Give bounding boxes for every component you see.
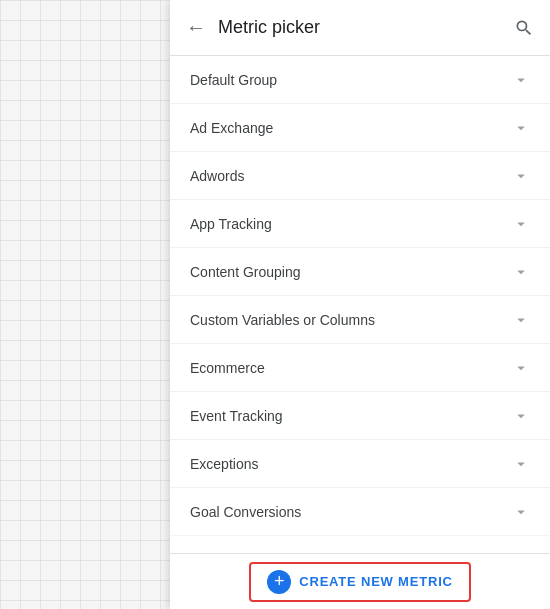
menu-item[interactable]: Internal Search <box>170 536 550 553</box>
chevron-down-icon <box>512 407 530 425</box>
menu-item[interactable]: App Tracking <box>170 200 550 248</box>
menu-item[interactable]: Exceptions <box>170 440 550 488</box>
footer: + CREATE NEW METRIC <box>170 553 550 609</box>
menu-item[interactable]: Default Group <box>170 56 550 104</box>
menu-item-label: Adwords <box>190 168 244 184</box>
chevron-down-icon <box>512 119 530 137</box>
create-new-metric-button[interactable]: + CREATE NEW METRIC <box>249 562 470 602</box>
menu-item-label: Ecommerce <box>190 360 265 376</box>
menu-item[interactable]: Ecommerce <box>170 344 550 392</box>
metric-picker-panel: ← Metric picker Default GroupAd Exchange… <box>170 0 550 609</box>
menu-item-label: Ad Exchange <box>190 120 273 136</box>
menu-item-label: Event Tracking <box>190 408 283 424</box>
left-panel <box>0 0 170 609</box>
menu-item[interactable]: Adwords <box>170 152 550 200</box>
menu-list: Default GroupAd ExchangeAdwordsApp Track… <box>170 56 550 553</box>
back-icon[interactable]: ← <box>186 16 206 39</box>
menu-item[interactable]: Goal Conversions <box>170 488 550 536</box>
chevron-down-icon <box>512 503 530 521</box>
chevron-down-icon <box>512 359 530 377</box>
menu-item-label: Default Group <box>190 72 277 88</box>
menu-item[interactable]: Event Tracking <box>170 392 550 440</box>
chevron-down-icon <box>512 167 530 185</box>
menu-item[interactable]: Custom Variables or Columns <box>170 296 550 344</box>
chevron-down-icon <box>512 71 530 89</box>
create-icon: + <box>267 570 291 594</box>
menu-item-label: Goal Conversions <box>190 504 301 520</box>
chevron-down-icon <box>512 263 530 281</box>
chevron-down-icon <box>512 311 530 329</box>
chevron-down-icon <box>512 215 530 233</box>
menu-item[interactable]: Ad Exchange <box>170 104 550 152</box>
search-icon[interactable] <box>514 18 534 38</box>
chevron-down-icon <box>512 455 530 473</box>
header-left: ← Metric picker <box>186 16 320 39</box>
panel-header: ← Metric picker <box>170 0 550 56</box>
menu-item-label: Exceptions <box>190 456 258 472</box>
menu-item[interactable]: Content Grouping <box>170 248 550 296</box>
menu-item-label: Custom Variables or Columns <box>190 312 375 328</box>
menu-item-label: App Tracking <box>190 216 272 232</box>
menu-item-label: Content Grouping <box>190 264 301 280</box>
panel-title: Metric picker <box>218 17 320 38</box>
create-label: CREATE NEW METRIC <box>299 574 452 589</box>
